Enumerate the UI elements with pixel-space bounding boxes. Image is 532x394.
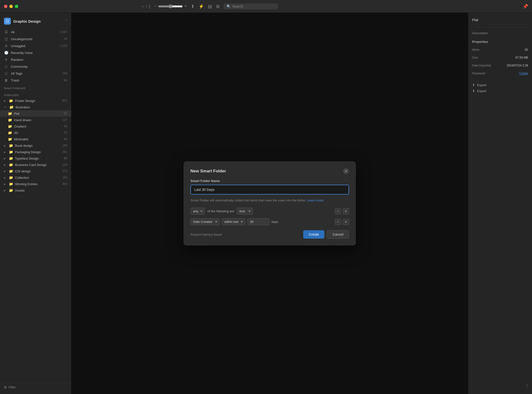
lightning-icon[interactable]: ⚡ <box>199 4 204 9</box>
minimize-button[interactable] <box>9 5 13 8</box>
back-icon[interactable]: ‹ <box>142 4 144 9</box>
add-condition-button[interactable]: + <box>343 219 349 225</box>
divider-icon: | <box>149 4 150 9</box>
remove-condition-button[interactable]: − <box>335 219 341 225</box>
chevron-right-icon-assets: ▶ <box>4 189 6 192</box>
folder-icon-cis-design: 📁 <box>9 169 13 173</box>
layout-icon[interactable]: ▤ <box>208 4 212 9</box>
learn-more-link[interactable]: Learn more <box>307 198 323 202</box>
property-items: Items 92 <box>472 48 528 51</box>
cancel-button[interactable]: Cancel <box>327 230 349 239</box>
folder-item-3d[interactable]: 📁 3D 27 <box>0 130 71 136</box>
folder-item-poster-design[interactable]: ▶ 📁 Poster Design 872 <box>0 98 71 104</box>
filter-bar[interactable]: ⊞ Filter <box>0 383 71 391</box>
match-middle-text: of the following are <box>207 209 234 213</box>
uncategorized-icon: ◫ <box>4 37 8 41</box>
chevron-right-icon-collection: ▶ <box>4 176 6 179</box>
sidebar-header[interactable]: ☷ Graphic Design ⌃ <box>0 16 71 29</box>
folder-icon-winning-entries: 📁 <box>9 182 13 186</box>
filter-icon: ⊞ <box>4 385 7 389</box>
sidebar-item-uncategorized[interactable]: ◫ Uncategorized 30 <box>0 35 71 42</box>
export-row-2[interactable]: ⬆ Export <box>472 88 528 94</box>
smart-folder-name-input[interactable] <box>190 185 349 195</box>
folder-item-minimalist[interactable]: 📁 Minimalist 54 <box>0 136 71 142</box>
forward-icon[interactable]: › <box>146 4 147 9</box>
right-panel: Flat Description Properties Items 92 Siz… <box>468 13 532 394</box>
modal-header: New Smart Folder ✕ <box>190 168 349 174</box>
folder-icon-book-design: 📁 <box>9 144 13 148</box>
folder-icon-illustration: 📁 <box>9 105 14 109</box>
folder-item-cis-design[interactable]: ▶ 📁 CIS design 172 <box>0 168 71 174</box>
sidebar-item-random[interactable]: ✕ Random <box>0 56 71 63</box>
chevron-right-icon-winning: ▶ <box>4 183 6 185</box>
sidebar-item-all-tags[interactable]: ◻ All Tags 143 <box>0 70 71 77</box>
chevron-right-icon-book: ▶ <box>4 144 6 147</box>
sidebar-item-community[interactable]: ◻ Community <box>0 63 71 70</box>
condition-value-input[interactable] <box>247 218 269 225</box>
condition-field-select[interactable]: Date Created Date Modified Name Tags Col… <box>190 218 220 225</box>
folder-item-winning-entries[interactable]: ▶ 📁 Winning Entries 402 <box>0 181 71 187</box>
chevron-right-icon-bizcard: ▶ <box>4 164 6 166</box>
create-button[interactable]: Create <box>303 230 324 239</box>
folder-item-assets[interactable]: ▶ 📁 Assets <box>0 187 71 194</box>
sidebar-title: Graphic Design <box>13 19 62 23</box>
titlebar: ‹ › | − + ⬆ ⚡ ▤ ⊞ 🔍 Search 📌 <box>0 0 532 13</box>
pin-icon[interactable]: 📌 <box>523 4 528 9</box>
modal-footer: Found 0 item(s) found Create Cancel <box>190 230 349 239</box>
modal-overlay: New Smart Folder ✕ Smart Folder Name Sma… <box>71 13 468 394</box>
export-row-1[interactable]: ⬆ Export <box>472 82 528 88</box>
share-icon[interactable]: ⬆ <box>191 4 195 9</box>
folders-header: Folders(63) <box>0 91 71 98</box>
true-false-select[interactable]: true false <box>237 208 253 215</box>
folder-icon-hand-drawn: 📁 <box>8 118 12 122</box>
search-bar[interactable]: 🔍 Search <box>224 3 278 9</box>
fullscreen-button[interactable] <box>15 5 18 8</box>
folder-item-packaging-design[interactable]: ▶ 📁 Packaging Design 391 <box>0 149 71 155</box>
new-smart-folder-modal: New Smart Folder ✕ Smart Folder Name Sma… <box>183 161 356 246</box>
recently-used-icon: 🕐 <box>4 51 8 55</box>
condition-unit: days <box>271 220 278 224</box>
folder-item-illustration[interactable]: ▼ 📁 Illustration <box>0 104 71 110</box>
property-size: Size 67.59 MB <box>472 56 528 59</box>
sidebar-item-trash[interactable]: 🗑 Trash 94 <box>0 77 71 84</box>
match-select[interactable]: any all <box>190 208 205 215</box>
main-layout: ☷ Graphic Design ⌃ ☰ All 2,667 ◫ Uncateg… <box>0 13 532 394</box>
sidebar-item-recently-used[interactable]: 🕐 Recently Used <box>0 49 71 56</box>
close-button[interactable] <box>4 5 7 8</box>
zoom-slider-container: − + <box>154 4 187 9</box>
export-icon-2: ⬆ <box>472 89 475 93</box>
folder-icon-packaging-design: 📁 <box>9 150 13 154</box>
rule-add-remove: − + <box>335 208 349 214</box>
zoom-out-icon[interactable]: − <box>154 4 157 9</box>
footer-buttons: Create Cancel <box>303 230 349 239</box>
sidebar-item-all[interactable]: ☰ All 2,667 <box>0 29 71 35</box>
help-icon[interactable]: ? <box>526 384 528 389</box>
remove-rule-button[interactable]: − <box>335 208 341 214</box>
zoom-in-icon[interactable]: + <box>184 4 187 9</box>
all-icon: ☰ <box>4 30 8 34</box>
modal-close-button[interactable]: ✕ <box>343 168 349 174</box>
folder-item-collection[interactable]: ▶ 📁 Collection 163 <box>0 174 71 181</box>
app-icon: ☷ <box>4 18 11 25</box>
zoom-slider[interactable] <box>158 4 183 8</box>
sidebar-chevron-icon: ⌃ <box>65 19 67 23</box>
export-label-1: Export <box>477 83 486 87</box>
folder-item-book-design[interactable]: ▶ 📁 Book design 150 <box>0 142 71 149</box>
sidebar-item-untagged[interactable]: ⊘ Untagged 1,216 <box>0 42 71 49</box>
folder-item-business-card-design[interactable]: ▶ 📁 Business Card Design 116 <box>0 162 71 168</box>
right-panel-description: Description <box>472 31 528 35</box>
condition-add-remove: − + <box>335 219 349 225</box>
folder-item-hand-drawn[interactable]: 📁 Hand drawn 127 <box>0 117 71 123</box>
folder-item-gradient[interactable]: 📁 Gradient 34 <box>0 123 71 130</box>
right-panel-name: Flat <box>472 18 528 24</box>
found-text: Found 0 item(s) found <box>190 233 222 236</box>
add-rule-button[interactable]: + <box>343 208 349 214</box>
filter-icon[interactable]: ⊞ <box>216 4 220 9</box>
folder-item-typeface-design[interactable]: ▶ 📁 Typeface Design 99 <box>0 155 71 162</box>
community-icon: ◻ <box>4 65 8 68</box>
random-icon: ✕ <box>4 58 8 62</box>
folder-item-flat[interactable]: 📁 Flat 92 <box>0 110 71 117</box>
create-password-link[interactable]: Create <box>519 72 528 75</box>
chevron-right-icon-packaging: ▶ <box>4 151 6 153</box>
condition-operator-select[interactable]: within last before after is <box>222 218 245 225</box>
